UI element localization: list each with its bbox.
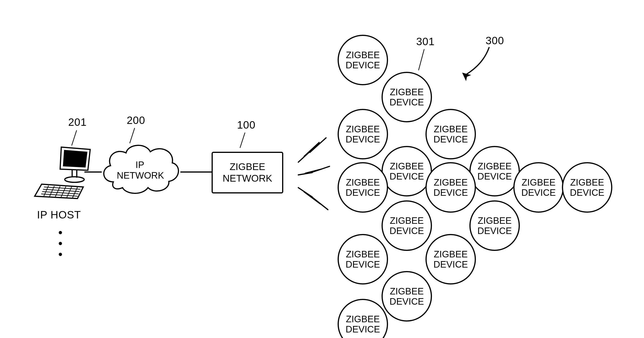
leader-301 xyxy=(418,49,424,71)
zigbee-device: ZIGBEE DEVICE xyxy=(562,162,612,213)
zigbee-device: ZIGBEE DEVICE xyxy=(382,146,432,197)
zigbee-device: ZIGBEE DEVICE xyxy=(426,162,476,213)
ref-100: 100 xyxy=(237,119,256,131)
arrowhead-300: ➤ xyxy=(461,73,469,79)
zigbee-device: ZIGBEE DEVICE xyxy=(513,162,564,213)
leader-100 xyxy=(240,132,245,148)
zigbee-device: ZIGBEE DEVICE xyxy=(470,200,520,251)
zigbee-device: ZIGBEE DEVICE xyxy=(338,109,388,159)
ref-200: 200 xyxy=(127,114,145,126)
svg-line-7 xyxy=(43,189,80,192)
svg-line-9 xyxy=(41,194,78,196)
zigbee-device: ZIGBEE DEVICE xyxy=(338,35,388,85)
gateway-label-top: ZIGBEE xyxy=(230,161,265,172)
svg-line-6 xyxy=(44,187,80,189)
zigbee-device: ZIGBEE DEVICE xyxy=(382,271,432,321)
ref-201: 201 xyxy=(68,116,87,128)
radio-bolts xyxy=(289,127,340,220)
ref-301: 301 xyxy=(416,35,435,48)
svg-line-8 xyxy=(42,192,78,194)
zigbee-device: ZIGBEE DEVICE xyxy=(338,299,388,338)
leader-201 xyxy=(71,130,77,146)
zigbee-device: ZIGBEE DEVICE xyxy=(426,234,476,284)
wire-cloud-gateway xyxy=(180,172,212,173)
cloud-label-bot: NETWORK xyxy=(117,170,164,181)
zigbee-device: ZIGBEE DEVICE xyxy=(382,200,432,251)
ip-host-label: IP HOST xyxy=(37,209,81,221)
svg-marker-1 xyxy=(63,150,88,167)
vertical-ellipsis: ••• xyxy=(58,227,62,259)
zigbee-device: ZIGBEE DEVICE xyxy=(338,162,388,213)
zigbee-device: ZIGBEE DEVICE xyxy=(426,109,476,159)
gateway-box: ZIGBEE NETWORK xyxy=(212,152,283,194)
zigbee-device: ZIGBEE DEVICE xyxy=(382,72,432,122)
wire-host-cloud xyxy=(84,172,102,173)
ip-host-icon xyxy=(32,146,92,206)
zigbee-device: ZIGBEE DEVICE xyxy=(338,234,388,284)
gateway-label-bot: NETWORK xyxy=(223,173,272,184)
cloud-label: IP NETWORK xyxy=(117,159,163,181)
cloud-label-top: IP xyxy=(136,160,144,170)
zigbee-device: ZIGBEE DEVICE xyxy=(470,146,520,197)
svg-point-4 xyxy=(65,177,84,182)
